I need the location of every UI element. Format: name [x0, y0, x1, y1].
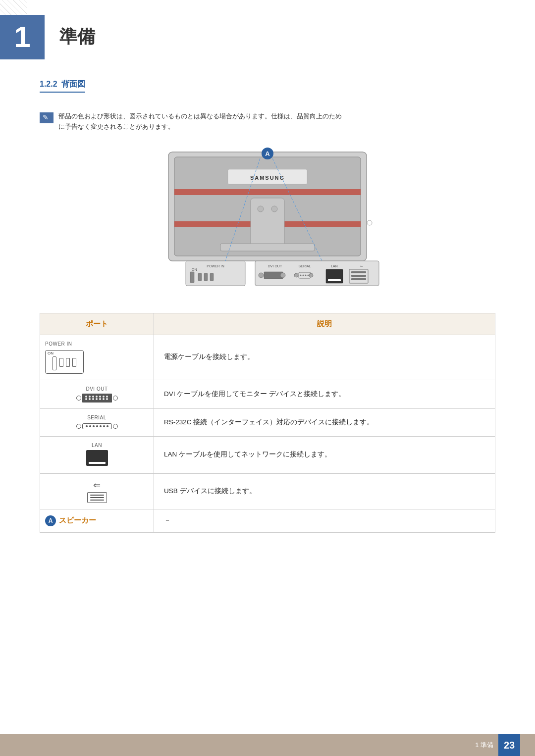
description-cell-lan: LAN ケーブルを使用してネットワークに接続します。	[154, 436, 495, 473]
svg-point-30	[305, 274, 307, 276]
usb-icon: ⇐	[45, 480, 149, 503]
description-cell-serial: RS-232C 接続（インターフェイス）対応のデバイスに接続します。	[154, 408, 495, 436]
table-row-serial: SERIAL	[40, 408, 495, 436]
svg-point-7	[258, 206, 264, 212]
speaker-icon: A スピーカー	[45, 515, 149, 526]
chapter-number-block: 1	[0, 15, 45, 59]
port-cell-usb: ⇐	[40, 473, 154, 509]
svg-point-27	[309, 273, 313, 277]
svg-point-24	[280, 273, 285, 278]
svg-rect-23	[264, 272, 283, 279]
footer-chapter-label: 1 準備	[475, 741, 493, 750]
monitor-diagram: SAMSUNG POWER IN DVI OUT SERIAL LAN ⇐ ON	[40, 145, 495, 298]
svg-rect-2	[174, 189, 361, 195]
svg-rect-33	[328, 279, 341, 281]
svg-rect-19	[198, 273, 202, 281]
svg-text:POWER IN: POWER IN	[207, 264, 224, 268]
svg-text:⇐: ⇐	[360, 264, 363, 268]
svg-text:DVI OUT: DVI OUT	[268, 264, 282, 268]
table-header-port: ポート	[40, 313, 154, 335]
chapter-number: 1	[14, 22, 30, 52]
svg-rect-18	[190, 272, 194, 283]
power-in-icon: POWER IN ON	[45, 341, 149, 374]
svg-point-28	[300, 274, 302, 276]
table-row-speaker: A スピーカー －	[40, 509, 495, 532]
lan-icon	[86, 450, 108, 466]
port-cell-serial: SERIAL	[40, 408, 154, 436]
port-cell-lan: LAN	[40, 436, 154, 473]
table-row-power-in: POWER IN ON 電源ケーブルを接続します。	[40, 335, 495, 380]
note-text: 部品の色および形状は、図示されているものとは異なる場合があります。仕様は、品質向…	[58, 111, 342, 132]
svg-rect-20	[204, 273, 208, 281]
description-cell-power-in: 電源ケーブルを接続します。	[154, 335, 495, 380]
note-box: 部品の色および形状は、図示されているものとは異なる場合があります。仕様は、品質向…	[40, 111, 495, 132]
svg-point-8	[271, 206, 277, 212]
usb-symbol-icon: ⇐	[93, 480, 101, 491]
svg-point-29	[303, 274, 304, 276]
svg-rect-9	[220, 244, 315, 251]
footer-page-number: 23	[498, 734, 520, 756]
port-cell-speaker: A スピーカー	[40, 509, 154, 532]
svg-point-42	[367, 220, 372, 225]
description-cell-usb: USB デバイスに接続します。	[154, 473, 495, 509]
table-row-usb: ⇐ USB デバイスに接続します。	[40, 473, 495, 509]
svg-rect-21	[210, 273, 214, 281]
svg-point-25	[294, 273, 298, 277]
port-cell-power-in: POWER IN ON	[40, 335, 154, 380]
port-table: ポート 説明 POWER IN ON	[40, 313, 495, 533]
svg-rect-37	[351, 278, 366, 280]
svg-rect-35	[351, 271, 366, 273]
svg-text:LAN: LAN	[331, 264, 338, 268]
serial-icon	[76, 423, 118, 429]
svg-text:A: A	[265, 150, 270, 157]
table-row-lan: LAN LAN ケーブルを使用してネットワークに接続します。	[40, 436, 495, 473]
svg-point-22	[259, 273, 264, 278]
speaker-a-badge: A	[45, 515, 56, 526]
description-cell-dvi-out: DVI ケーブルを使用してモニター デバイスと接続します。	[154, 380, 495, 408]
description-cell-speaker: －	[154, 509, 495, 532]
svg-rect-6	[251, 198, 284, 248]
svg-text:ON: ON	[192, 268, 197, 271]
section-heading: 1.2.2 背面図	[40, 79, 85, 93]
note-icon	[40, 112, 54, 123]
svg-text:SAMSUNG: SAMSUNG	[250, 175, 285, 181]
svg-text:SERIAL: SERIAL	[299, 264, 311, 268]
svg-rect-36	[351, 275, 366, 277]
chapter-title: 準備	[59, 25, 95, 49]
table-row-dvi-out: DVI OUT	[40, 380, 495, 408]
page-footer: 1 準備 23	[0, 734, 535, 756]
svg-point-31	[308, 274, 309, 276]
dvi-out-icon	[76, 394, 118, 403]
table-header-description: 説明	[154, 313, 495, 335]
port-cell-dvi-out: DVI OUT	[40, 380, 154, 408]
